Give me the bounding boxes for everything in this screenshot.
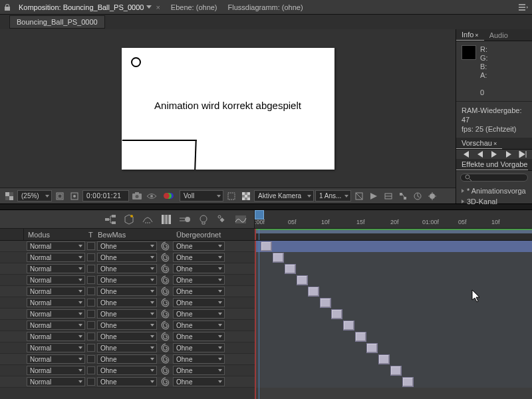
frame-blend-button[interactable]: [160, 213, 173, 226]
pickwhip-icon[interactable]: [161, 275, 170, 285]
close-icon[interactable]: ×: [156, 3, 160, 11]
layer-row[interactable]: NormalOhneOhne: [0, 354, 255, 365]
dropdown-icon[interactable]: [146, 5, 152, 9]
layer-duration-bar[interactable]: [255, 263, 532, 275]
layer-duration-bar[interactable]: [255, 331, 532, 342]
blend-mode-select[interactable]: Normal: [27, 354, 85, 364]
current-time-indicator-head[interactable]: [255, 210, 264, 219]
lock-icon[interactable]: [4, 4, 11, 11]
first-frame-button[interactable]: [460, 150, 471, 159]
parent-select[interactable]: Ohne: [173, 366, 225, 375]
channel-button[interactable]: [160, 190, 173, 202]
tab-preview[interactable]: Vorschau×: [456, 138, 502, 149]
layer-row[interactable]: NormalOhneOhne: [0, 252, 255, 263]
layer-row[interactable]: NormalOhneOhne: [0, 309, 255, 320]
parent-select[interactable]: Ohne: [173, 298, 225, 307]
keyframe-block[interactable]: [285, 264, 296, 274]
track-matte-toggle[interactable]: [87, 321, 95, 329]
current-time-indicator-line[interactable]: [259, 241, 259, 399]
flowchart-button[interactable]: [396, 190, 410, 202]
layer-duration-bar[interactable]: [255, 241, 532, 252]
effects-category-item[interactable]: * Animationsvorga: [456, 186, 532, 196]
effects-category-item[interactable]: 3D-Kanal: [456, 196, 532, 207]
resolution-select[interactable]: Voll: [180, 190, 223, 201]
parent-select[interactable]: Ohne: [173, 253, 225, 262]
col-header-bewmas[interactable]: BewMas: [98, 229, 171, 240]
layer-row[interactable]: NormalOhneOhne: [0, 320, 255, 331]
panel-divider[interactable]: [0, 203, 532, 210]
pickwhip-icon[interactable]: [161, 241, 170, 251]
track-matte-toggle[interactable]: [87, 242, 95, 250]
transparency-grid-button[interactable]: [239, 190, 253, 202]
parent-select[interactable]: Ohne: [173, 321, 225, 330]
comp-mini-flowchart-button[interactable]: [104, 213, 117, 226]
exposure-button[interactable]: [426, 190, 439, 202]
next-frame-button[interactable]: [503, 150, 514, 159]
track-matte-toggle[interactable]: [87, 276, 95, 284]
track-matte-select[interactable]: Ohne: [97, 309, 157, 319]
play-button[interactable]: [489, 150, 499, 159]
keyframe-block[interactable]: [331, 309, 342, 319]
roi-button[interactable]: [225, 190, 238, 202]
track-matte-select[interactable]: Ohne: [97, 287, 157, 296]
pickwhip-icon[interactable]: [161, 287, 170, 296]
track-matte-toggle[interactable]: [87, 299, 95, 307]
blend-mode-select[interactable]: Normal: [27, 321, 85, 330]
track-matte-toggle[interactable]: [87, 332, 95, 340]
parent-select[interactable]: Ohne: [173, 354, 225, 364]
parent-select[interactable]: Ohne: [173, 287, 225, 296]
keyframe-block[interactable]: [390, 366, 402, 376]
layer-rows-right[interactable]: [255, 241, 532, 399]
parent-select[interactable]: Ohne: [173, 264, 225, 273]
zoom-select[interactable]: (25%): [17, 190, 52, 201]
current-time-indicator-line[interactable]: [259, 229, 259, 240]
parent-select[interactable]: Ohne: [173, 241, 225, 251]
safe-zones-button[interactable]: [53, 190, 66, 202]
pickwhip-icon[interactable]: [161, 321, 170, 330]
show-snapshot-button[interactable]: [145, 190, 158, 202]
tab-flowchart[interactable]: Flussdiagramm: (ohne): [223, 1, 309, 13]
snapshot-button[interactable]: [130, 190, 144, 202]
tab-audio[interactable]: Audio: [484, 30, 513, 41]
prev-frame-button[interactable]: [475, 150, 485, 159]
pixel-aspect-button[interactable]: [352, 190, 366, 202]
blend-mode-select[interactable]: Normal: [27, 275, 85, 285]
layer-duration-bar[interactable]: [255, 376, 532, 388]
layer-row[interactable]: NormalOhneOhne: [0, 376, 255, 388]
keyframe-block[interactable]: [402, 377, 414, 387]
blend-mode-select[interactable]: Normal: [27, 253, 85, 262]
document-tab[interactable]: Bouncing_Ball_PS_0000: [9, 15, 105, 29]
pickwhip-icon[interactable]: [161, 309, 170, 319]
work-area-bar[interactable]: [255, 230, 532, 233]
tab-composition[interactable]: Komposition: Bouncing_Ball_PS_0000 ×: [13, 1, 166, 13]
draft-3d-button[interactable]: [122, 213, 136, 226]
keyframe-block[interactable]: [355, 332, 366, 342]
layer-row[interactable]: NormalOhneOhne: [0, 275, 255, 286]
motion-blur-button[interactable]: [178, 213, 192, 226]
blend-mode-select[interactable]: Normal: [27, 241, 85, 251]
blend-mode-select[interactable]: Normal: [27, 343, 85, 352]
blend-mode-select[interactable]: Normal: [27, 309, 85, 319]
parent-select[interactable]: Ohne: [173, 275, 225, 285]
blend-mode-select[interactable]: Normal: [27, 377, 85, 386]
parent-select[interactable]: Ohne: [173, 309, 225, 319]
hide-shy-button[interactable]: [141, 213, 154, 226]
layer-row[interactable]: NormalOhneOhne: [0, 263, 255, 275]
track-matte-select[interactable]: Ohne: [97, 332, 157, 341]
track-matte-toggle[interactable]: [87, 265, 95, 273]
tab-effects[interactable]: Effekte und Vorgabe: [456, 159, 528, 170]
track-matte-select[interactable]: Ohne: [97, 321, 157, 330]
effects-search-input[interactable]: [460, 174, 528, 182]
composition-viewer[interactable]: Animation wird korrekt abgespielt: [0, 29, 456, 188]
blend-mode-select[interactable]: Normal: [27, 366, 85, 375]
track-matte-select[interactable]: Ohne: [97, 354, 157, 364]
pickwhip-icon[interactable]: [161, 332, 170, 341]
parent-select[interactable]: Ohne: [173, 377, 225, 386]
layer-duration-bar[interactable]: [255, 252, 532, 263]
keyframe-block[interactable]: [261, 241, 272, 251]
views-select[interactable]: 1 Ans...: [315, 190, 351, 201]
keyframe-block[interactable]: [320, 298, 331, 308]
pickwhip-icon[interactable]: [161, 343, 170, 352]
pickwhip-icon[interactable]: [161, 264, 170, 273]
pickwhip-icon[interactable]: [161, 366, 170, 375]
